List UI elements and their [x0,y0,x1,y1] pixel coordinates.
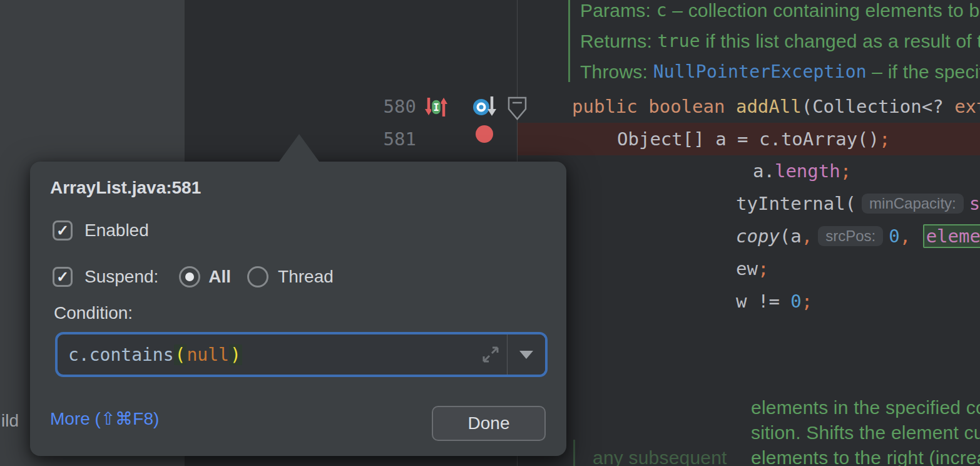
doc-params: Params: c – collection containing elemen… [580,0,980,26]
suspend-thread-radio[interactable] [247,266,268,287]
doc-comment-bar-top [568,0,570,82]
code-token [911,225,921,247]
code-token: c.contains [68,344,174,365]
condition-input[interactable]: c.contains(null) [58,334,474,375]
code-token: length [775,160,840,182]
enabled-row: Enabled [53,220,149,241]
code-token: ; [802,291,812,312]
line-number-580: 580 [384,90,416,123]
svg-text:I: I [433,101,439,113]
suspend-row: Suspend: All Thread [53,266,334,287]
suspend-all-label: All [208,267,231,287]
code-token: 0 [889,225,899,247]
breakpoint-icon[interactable] [476,125,493,143]
code-token: Returns: [580,31,658,52]
doc2-line-1: elements in the specified collection int… [751,395,980,420]
doc2-line-2: sition. Shifts the element currently at … [751,420,980,445]
code-token: , [900,225,911,247]
code-token: elementData [923,224,980,248]
breakpoint-popup: ArrayList.java:581 Enabled Suspend: All … [30,162,566,456]
fold-region-marker-icon[interactable] [507,96,528,122]
code-token: tyInternal( [736,193,856,214]
done-button-label: Done [468,413,510,433]
code-token: Object[] a = c.toArray() [617,128,879,150]
code-line-580: public boolean addAll(Collection<? exten… [572,90,980,123]
code-token: NullPointerException [653,61,867,82]
code-token: – collection containing elements to be a… [667,0,980,21]
code-token: if this list changed as a result of the … [700,31,980,52]
enabled-label: Enabled [84,220,149,241]
doc-returns: Returns: true if this list changed as a … [580,26,980,56]
code-token: 0 [790,291,801,312]
suspend-all-radio[interactable] [179,266,200,287]
code-token: ; [840,160,851,182]
code-token: size [969,193,980,214]
code-token: ; [758,258,768,279]
suspend-label: Suspend: [84,267,158,287]
line-number-581: 581 [384,123,416,155]
more-settings-link[interactable]: More (⇧⌘F8) [50,408,159,429]
code-token: minCapacity: [862,194,964,214]
code-token: boolean [648,96,725,117]
suspend-thread-label: Thread [278,267,334,287]
code-token: w != [736,291,790,312]
code-token: a. [753,160,775,182]
doc-comment-bar-bottom [573,440,575,466]
code-token: null [186,344,228,365]
code-token [638,96,648,117]
code-token: srcPos: [818,226,883,246]
code-token: Throws: [580,61,653,83]
popup-title: ArrayList.java:581 [50,178,201,198]
code-token: elements in the specified collection int… [751,397,980,418]
expand-arrows-icon [482,346,499,363]
enabled-checkbox[interactable] [53,220,73,241]
doc2-line-3: elements to the right (increases their i… [751,445,980,466]
code-token: copy [736,225,780,247]
expand-editor-button[interactable] [474,334,507,375]
code-token: ew [736,258,758,279]
code-token: extends [954,96,980,117]
code-token: Params: [580,0,656,21]
build-toolwindow-label[interactable]: ild [1,411,19,431]
ide-window: ild 580 581 I Params: c – collection [0,0,980,466]
doc2-line-3-dim: any subsequent [593,445,727,466]
code-token: ( [174,344,187,365]
condition-field[interactable]: c.contains(null) [55,332,548,377]
code-frag-ew: ew; [736,252,768,285]
code-frag-ensure: tyInternal(minCapacity:size + numNew); [736,187,980,220]
suspend-checkbox[interactable] [53,267,73,287]
code-token: ; [879,128,890,150]
code-token: true [658,31,700,51]
code-frag-w: w != 0; [736,285,812,318]
code-token: – if the specified collectio [867,61,980,83]
code-token: any subsequent [593,447,727,466]
code-line-581: Object[] a = c.toArray(); [617,123,891,155]
code-token: public [572,96,638,117]
condition-label: Condition: [54,303,133,323]
condition-history-dropdown[interactable] [508,334,545,375]
code-token: sition. Shifts the element currently at … [751,422,980,443]
code-token [725,96,735,117]
code-token: addAll [736,96,802,117]
code-token: (Collection<? [802,96,954,117]
code-token: , [802,225,812,247]
code-frag-length: a.length; [753,155,851,187]
code-token: ) [229,344,242,365]
code-frag-copy: copy(a,srcPos:0, elementData, size, [736,220,980,252]
code-token: c [656,0,667,21]
override-implement-icon[interactable]: I [424,94,449,120]
doc-throws: Throws: NullPointerException – if the sp… [580,56,980,87]
done-button[interactable]: Done [432,406,546,441]
code-token: elements to the right (increases their i… [751,447,980,466]
overridden-method-marker-icon[interactable] [471,94,499,122]
code-token: (a [780,225,802,247]
